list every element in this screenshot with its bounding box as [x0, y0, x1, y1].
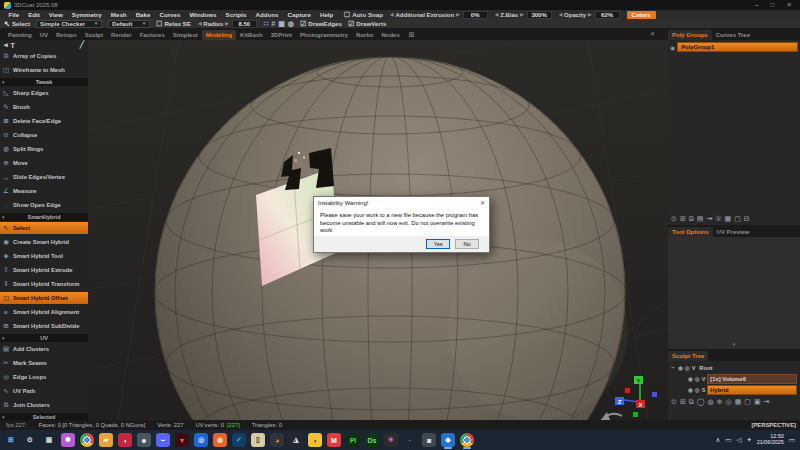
contacts-app-icon[interactable]: ☻	[137, 433, 151, 447]
camera-app-icon[interactable]: ◙	[422, 433, 436, 447]
close-button[interactable]: ✕	[787, 0, 792, 10]
tool-wireframe-to-mesh[interactable]: ◫Wireframe to Mesh	[0, 64, 88, 76]
pinwheel-app-icon[interactable]: ✳	[384, 433, 398, 447]
tool-collapse[interactable]: ⊙Collapse	[0, 129, 88, 141]
tab-3dprint[interactable]: 3DPrint	[267, 30, 296, 40]
image-icon[interactable]: ▦	[725, 214, 732, 224]
tool-join-clusters[interactable]: ⧉Join Clusters	[0, 399, 88, 411]
tool-smart-hybrid-offset[interactable]: ◫Smart Hybrid Offset	[0, 292, 88, 304]
dark-app-icon[interactable]: ◮	[289, 433, 303, 447]
spinner-right-arrow-icon[interactable]: ▶	[520, 12, 523, 17]
tree-row-hybrid[interactable]: ◉◎SHybrid	[668, 385, 800, 395]
symmetry-globe-icon[interactable]: ◍	[288, 20, 294, 28]
menu-mesh[interactable]: Mesh	[106, 11, 131, 18]
file-copy-icon[interactable]: ▣	[754, 397, 761, 407]
layout-grid-icon[interactable]: ⊞	[409, 31, 415, 40]
checker-dropdown[interactable]: Simple Checker ▼	[36, 20, 102, 28]
duplicate-icon[interactable]: ⧉	[689, 214, 694, 224]
tab-modeling[interactable]: Modeling	[202, 30, 236, 40]
spinner-left-arrow-icon[interactable]: ◀	[390, 12, 393, 17]
preset-dropdown[interactable]: Default ▼	[108, 20, 150, 28]
tool-smart-hybrid-subdivide[interactable]: ⊞Smart Hybrid SubDivide	[0, 320, 88, 332]
list-icon[interactable]: ▤	[697, 214, 704, 224]
menu-curves[interactable]: Curves	[155, 11, 185, 18]
spinner-right-arrow-icon[interactable]: ▶	[588, 12, 591, 17]
spinner-right-arrow-icon[interactable]: ▶	[225, 21, 228, 26]
menu-addons[interactable]: Addons	[251, 11, 283, 18]
tree-row-root[interactable]: −◉◎VRoot	[668, 363, 800, 373]
tool-mark-seams[interactable]: ✂Mark Seams	[0, 357, 88, 369]
no-button[interactable]: No	[455, 239, 479, 249]
notification-center-icon[interactable]: ▭	[789, 436, 795, 444]
ghost-icon[interactable]: ◍	[708, 397, 714, 407]
spinner-left-arrow-icon[interactable]: ◀	[559, 12, 562, 17]
section-header-uv[interactable]: ▾UV	[0, 334, 88, 342]
snap-points-icon[interactable]: ∷	[264, 20, 268, 28]
select-tool-label[interactable]: Select	[12, 20, 30, 27]
tab-render[interactable]: Render	[107, 30, 136, 40]
panel-close-icon[interactable]: ✕	[650, 30, 655, 37]
tab-kitbash[interactable]: KitBash	[236, 30, 267, 40]
add-folder-icon[interactable]: ⊕	[717, 397, 723, 407]
dialog-close-icon[interactable]: ✕	[480, 199, 485, 206]
menu-edit[interactable]: Edit	[24, 11, 45, 18]
tool-slide-edges-vertex[interactable]: ↔Slide Edges/Vertex	[0, 171, 88, 183]
tool-uv-path[interactable]: ∿UV Path	[0, 385, 88, 397]
section-header-tweak[interactable]: ▾Tweak	[0, 78, 88, 86]
tool-split-rings[interactable]: ◍Split Rings	[0, 143, 88, 155]
menu-capture[interactable]: Capture	[283, 11, 315, 18]
minimize-button[interactable]: –	[755, 0, 759, 10]
info-icon[interactable]: ①	[715, 214, 721, 224]
draw-verts-checkbox[interactable]: ☑ DrawVerts	[348, 20, 387, 28]
yes-button[interactable]: Yes	[426, 239, 450, 249]
blue-active-app-icon[interactable]: ◈	[441, 433, 455, 447]
snap-grid-icon[interactable]: #	[271, 20, 275, 28]
photos-app-icon[interactable]: ✽	[61, 433, 75, 447]
tool-select[interactable]: ↖Select	[0, 222, 88, 234]
tray-display-icon[interactable]: ▭	[725, 436, 731, 444]
tab-sculpt-tree[interactable]: Sculpt Tree	[668, 351, 708, 361]
visibility-eye-icon[interactable]: ◉	[678, 365, 683, 371]
tray-pen-icon[interactable]: ✦	[746, 436, 751, 444]
menu-symmetry[interactable]: Symmetry	[67, 11, 106, 18]
ghost-icon[interactable]: ◎	[695, 387, 700, 393]
tab-simplest[interactable]: Simplest	[169, 30, 202, 40]
tab-uv-preview[interactable]: UV Preview	[713, 227, 754, 237]
search-button[interactable]: ⊙	[23, 433, 37, 447]
draw-edges-checkbox[interactable]: ☑ DrawEdges	[300, 20, 342, 28]
discord-app-icon[interactable]: ⌣	[156, 433, 170, 447]
red-app-icon[interactable]: ◖	[118, 433, 132, 447]
radius-spinner[interactable]: ◀ Radius ▶ 8.50	[198, 20, 257, 28]
tab-tool-options[interactable]: Tool Options	[668, 227, 713, 237]
additional-extrusion-spinner[interactable]: ◀Additional Extrusion▶0%	[390, 11, 488, 19]
pl-green-app-icon[interactable]: Pl	[346, 433, 360, 447]
darkred-app-icon[interactable]: ▼	[175, 433, 189, 447]
layer-name[interactable]: Hybrid	[707, 385, 797, 395]
tool-smart-hybrid-tool[interactable]: ◈Smart Hybrid Tool	[0, 250, 88, 262]
task-view-button[interactable]: ▣	[42, 433, 56, 447]
tool-edge-loops[interactable]: ◎Edge Loops	[0, 371, 88, 383]
colors-button[interactable]: Colors	[627, 11, 656, 19]
blender-app-icon[interactable]: ◕	[270, 433, 284, 447]
polygroup-row[interactable]: ◉PolyGroup1	[668, 42, 800, 52]
spinner-right-arrow-icon[interactable]: ▶	[456, 12, 459, 17]
tool-array-of-copies[interactable]: ⧉Array of Copies	[0, 50, 88, 62]
beige-app-icon[interactable]: ▯	[251, 433, 265, 447]
tool-move[interactable]: ⊕Move	[0, 157, 88, 169]
duplicate-icon[interactable]: ⧉	[689, 397, 694, 407]
tab-retopo[interactable]: Retopo	[52, 30, 81, 40]
visibility-eye-icon[interactable]: ◉	[688, 376, 693, 382]
snap-panel-icon[interactable]: ▦	[278, 20, 285, 28]
layer-name[interactable]: [1x] Volume6	[707, 374, 797, 384]
file-icon[interactable]: ▢	[734, 214, 741, 224]
tab-sculpt[interactable]: Sculpt	[81, 30, 107, 40]
menu-help[interactable]: Help	[315, 11, 337, 18]
tool-create-smart-hybrid[interactable]: ◉Create Smart Hybrid	[0, 236, 88, 248]
opacity-value[interactable]: 62%	[595, 11, 620, 19]
tab-nodes[interactable]: Nodes	[377, 30, 403, 40]
import-icon[interactable]: ⇥	[706, 214, 712, 224]
blue-round-app-icon[interactable]: ◎	[194, 433, 208, 447]
small-gray-app-icon[interactable]: ∙	[403, 433, 417, 447]
view-mode-label[interactable]: [PERSPECTIVE]	[752, 422, 796, 428]
opacity-spinner[interactable]: ◀Opacity▶62%	[559, 11, 620, 19]
